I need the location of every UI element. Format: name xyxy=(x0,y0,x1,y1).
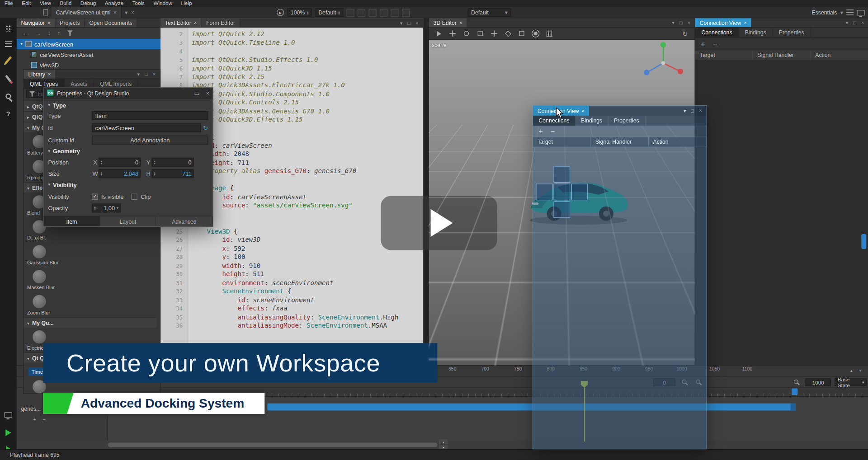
grid-toggle-icon[interactable] xyxy=(545,29,553,38)
properties-tab[interactable]: Layout xyxy=(100,216,156,226)
remove-connection-icon[interactable]: − xyxy=(713,40,717,48)
collapse-up-icon[interactable]: ▴ xyxy=(850,368,853,373)
x-position-stepper[interactable]: ▴▾ 0 xyxy=(99,158,141,167)
menu-item[interactable]: File xyxy=(0,0,17,6)
filter-icon[interactable] xyxy=(67,30,73,36)
editor-tab[interactable]: Form Editor × xyxy=(202,18,240,27)
run-button-icon[interactable] xyxy=(0,426,17,439)
menu-item[interactable]: Help xyxy=(177,0,197,6)
ruler-toggle-icon[interactable] xyxy=(391,9,398,16)
track-label[interactable]: genes... xyxy=(21,406,41,412)
tools-icon[interactable] xyxy=(0,89,17,103)
welcome-mode-icon[interactable] xyxy=(0,21,17,34)
close-panel-icon[interactable]: × xyxy=(699,108,702,113)
panel-menu-icon[interactable]: ▾ xyxy=(672,20,675,25)
dialog-titlebar[interactable]: DS Properties - Qt Design Studio ▭ × xyxy=(44,88,212,99)
snap-toggle-icon[interactable] xyxy=(346,9,354,16)
outline-toggle-icon[interactable] xyxy=(380,9,387,16)
zoom-stepper-icon[interactable]: ▴▾ xyxy=(307,10,308,15)
help-icon[interactable]: ? xyxy=(0,108,17,121)
connection-subtab[interactable]: Bindings xyxy=(576,116,609,126)
timeline-scrollbar[interactable] xyxy=(108,443,438,447)
menu-item[interactable]: Analyze xyxy=(100,0,128,6)
reset-id-icon[interactable]: ↻ xyxy=(203,124,208,131)
3d-editor-tab[interactable]: 3D Editor × xyxy=(429,18,467,27)
library-entry[interactable]: Gaussian Blur xyxy=(24,242,71,267)
type-section-header[interactable]: Type xyxy=(48,102,66,108)
axis-gizmo[interactable] xyxy=(638,40,688,85)
close-icon[interactable]: × xyxy=(744,20,747,25)
is-visible-checkbox[interactable]: ✓ xyxy=(92,193,98,199)
maximize-icon[interactable]: ▭ xyxy=(194,90,199,96)
properties-dialog[interactable]: DS Properties - Qt Design Studio ▭ × Typ… xyxy=(43,87,213,227)
menu-item[interactable]: Debug xyxy=(76,0,100,6)
add-connection-icon[interactable]: + xyxy=(701,40,705,48)
splitter-collapse-up[interactable]: ▴ xyxy=(439,439,448,444)
tree-item[interactable]: ▾ view3D xyxy=(17,60,160,70)
fit-view-icon[interactable] xyxy=(476,29,484,38)
menu-item[interactable]: Tools xyxy=(128,0,149,6)
id-field[interactable]: carViewScreen xyxy=(92,123,201,132)
move-tool-icon[interactable] xyxy=(490,29,498,38)
end-frame-field[interactable]: 1000 xyxy=(806,379,831,386)
panel-menu-icon[interactable]: ▾ xyxy=(400,20,403,26)
state-selector[interactable]: Default ▾ xyxy=(468,8,511,16)
panel-menu-icon[interactable]: ▾ xyxy=(137,71,140,77)
zoom-level-control[interactable]: 100% ▴▾ xyxy=(288,8,312,16)
timeline-end-marker[interactable] xyxy=(792,389,797,395)
dock-indicator-left[interactable] xyxy=(536,184,552,201)
close-icon[interactable]: × xyxy=(582,108,585,113)
run-preview-icon[interactable]: ▶ xyxy=(277,9,284,16)
expand-caret-icon[interactable]: ▾ xyxy=(20,42,23,47)
column-header[interactable]: Target xyxy=(533,137,591,147)
monitor-icon[interactable] xyxy=(857,9,865,15)
library-entry[interactable]: My Qu... xyxy=(24,317,157,328)
column-header[interactable]: Target xyxy=(695,50,753,60)
back-icon[interactable]: ← xyxy=(22,30,28,37)
menu-item[interactable]: View xyxy=(35,0,56,6)
scale-tool-icon[interactable] xyxy=(518,29,526,38)
y-position-stepper[interactable]: ▴▾ 0 xyxy=(152,158,194,167)
height-stepper[interactable]: ▴▾ 711 xyxy=(152,169,194,178)
dock-indicator-right[interactable] xyxy=(571,184,588,201)
geometry-section-header[interactable]: Geometry xyxy=(48,148,80,155)
properties-tab[interactable]: Advanced xyxy=(156,216,212,226)
list-icon[interactable] xyxy=(525,9,533,16)
edit-mode-icon[interactable] xyxy=(0,37,17,50)
terminal-icon[interactable] xyxy=(0,408,17,422)
bounds-toggle-icon[interactable] xyxy=(368,9,376,16)
scrollbar-thumb[interactable] xyxy=(861,234,866,249)
close-panel-icon[interactable]: × xyxy=(687,20,690,25)
column-header[interactable]: Action xyxy=(649,137,707,147)
close-dialog-icon[interactable]: × xyxy=(206,90,209,96)
float-panel-icon[interactable]: □ xyxy=(679,20,683,25)
close-panel-icon[interactable]: × xyxy=(861,20,864,25)
guides-toggle-icon[interactable] xyxy=(358,9,365,16)
float-panel-icon[interactable]: □ xyxy=(408,20,411,26)
document-tab[interactable]: CarViewScreen.ui.qml × xyxy=(52,7,122,19)
collapse-down-icon[interactable]: ▾ xyxy=(859,368,861,373)
select-tool-icon[interactable] xyxy=(434,29,443,38)
design-mode-icon[interactable] xyxy=(0,53,17,66)
clip-checkbox[interactable] xyxy=(132,193,137,199)
dock-indicator-top[interactable] xyxy=(553,166,570,183)
type-field[interactable]: Item xyxy=(92,111,208,120)
style-stepper-icon[interactable]: ▴▾ xyxy=(338,10,340,15)
visibility-section-header[interactable]: Visibility xyxy=(48,182,77,188)
properties-tab[interactable]: Item xyxy=(44,216,100,226)
paint-mode-icon[interactable] xyxy=(0,72,17,85)
close-icon[interactable]: × xyxy=(47,20,50,25)
close-document-icon[interactable]: × xyxy=(113,9,117,15)
float-panel-icon[interactable]: □ xyxy=(853,20,856,25)
zoom-fit-icon[interactable] xyxy=(794,380,798,384)
close-icon[interactable]: × xyxy=(194,20,197,25)
tree-item[interactable]: ▾ carViewScreen xyxy=(17,39,160,49)
connection-subtab[interactable]: Properties xyxy=(773,28,811,37)
pan-tool-icon[interactable] xyxy=(448,29,457,38)
tree-item[interactable]: ▾ carViewScreenAsset xyxy=(17,49,160,60)
library-entry[interactable]: Zoom Blur xyxy=(24,292,71,317)
add-annotation-button[interactable]: Add Annotation xyxy=(92,136,208,145)
workspace-selector[interactable]: Essentials xyxy=(812,9,837,15)
column-header[interactable]: Signal Handler xyxy=(753,50,811,60)
connection-view-tab[interactable]: Connection View × xyxy=(695,18,752,27)
